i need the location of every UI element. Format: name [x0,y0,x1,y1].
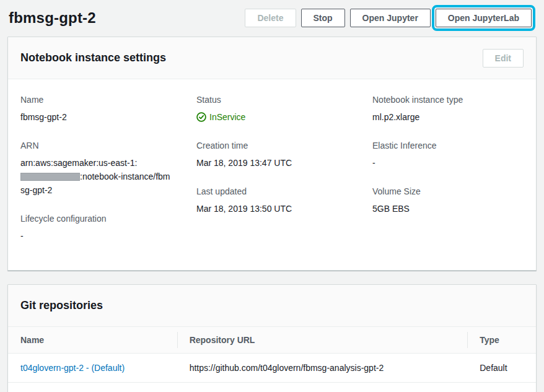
settings-card-header: Notebook instance settings Edit [8,37,536,79]
field-arn-value: arn:aws:sagemaker:us-east-1::notebook-in… [20,156,170,197]
field-instance-type-label: Notebook instance type [372,94,524,105]
open-jupyter-button[interactable]: Open Jupyter [350,9,431,27]
field-lifecycle-value: - [20,229,172,243]
field-status: Status InService [196,94,348,124]
table-footer-space [8,383,536,392]
repo-type-cell: Default [467,354,536,383]
field-last-updated: Last updated Mar 18, 2019 13:50 UTC [196,186,348,216]
settings-column-3: Notebook instance type ml.p2.xlarge Elas… [360,94,536,259]
settings-column-2: Status InService Creation time Mar 18, [184,94,360,259]
field-arn: ARN arn:aws:sagemaker:us-east-1::noteboo… [20,140,172,197]
git-repositories-card: Git repositories Name Repository URL Typ… [7,284,537,392]
repo-name-link[interactable]: t04glovern-gpt-2 - (Default) [20,363,125,373]
table-header-row: Name Repository URL Type [8,327,536,354]
column-header-type: Type [467,327,536,354]
table-row: t04glovern-gpt-2 - (Default) https://git… [8,354,536,383]
field-lifecycle-configuration: Lifecycle configuration - [20,213,172,243]
arn-prefix: arn:aws:sagemaker:us-east-1: [20,158,137,168]
git-card-title: Git repositories [20,299,103,312]
field-elastic-inference-value: - [372,156,524,170]
field-creation-time-label: Creation time [196,140,348,151]
settings-column-1: Name fbmsg-gpt-2 ARN arn:aws:sagemaker:u… [8,94,184,259]
field-instance-type: Notebook instance type ml.p2.xlarge [372,94,524,124]
field-name-value: fbmsg-gpt-2 [20,110,172,124]
redacted-account-id-block [20,173,80,181]
field-elastic-inference-label: Elastic Inference [372,140,524,151]
column-header-repository-url: Repository URL [177,327,468,354]
page-title: fbmsg-gpt-2 [9,9,96,27]
field-volume-size-label: Volume Size [372,186,524,197]
page-header: fbmsg-gpt-2 Delete Stop Open Jupyter Ope… [7,9,537,27]
git-repositories-table: Name Repository URL Type t04glovern-gpt-… [8,327,536,383]
status-text: InService [209,110,245,124]
column-header-name: Name [8,327,177,354]
settings-card-title: Notebook instance settings [20,51,166,64]
field-lifecycle-label: Lifecycle configuration [20,213,172,224]
field-instance-type-value: ml.p2.xlarge [372,110,524,124]
field-status-label: Status [196,94,348,105]
repo-url-cell: https://github.com/t04glovern/fbmsg-anal… [177,354,468,383]
field-volume-size-value: 5GB EBS [372,202,524,216]
field-name: Name fbmsg-gpt-2 [20,94,172,124]
field-volume-size: Volume Size 5GB EBS [372,186,524,216]
field-name-label: Name [20,94,172,105]
field-status-value: InService [196,110,245,124]
open-jupyterlab-button[interactable]: Open JupyterLab [436,9,532,27]
notebook-instance-settings-card: Notebook instance settings Edit Name fbm… [7,37,537,271]
field-elastic-inference: Elastic Inference - [372,140,524,170]
field-last-updated-label: Last updated [196,186,348,197]
page: fbmsg-gpt-2 Delete Stop Open Jupyter Ope… [0,0,544,392]
settings-card-body: Name fbmsg-gpt-2 ARN arn:aws:sagemaker:u… [8,79,536,270]
header-actions: Delete Stop Open Jupyter Open JupyterLab [245,9,535,27]
field-last-updated-value: Mar 18, 2019 13:50 UTC [196,202,348,216]
field-creation-time: Creation time Mar 18, 2019 13:47 UTC [196,140,348,170]
edit-button[interactable]: Edit [483,49,524,68]
check-circle-icon [196,112,206,122]
delete-button[interactable]: Delete [245,9,296,27]
field-creation-time-value: Mar 18, 2019 13:47 UTC [196,156,348,170]
stop-button[interactable]: Stop [301,9,345,27]
field-arn-label: ARN [20,140,172,151]
repo-name-cell: t04glovern-gpt-2 - (Default) [8,354,177,383]
git-card-header: Git repositories [8,285,536,327]
